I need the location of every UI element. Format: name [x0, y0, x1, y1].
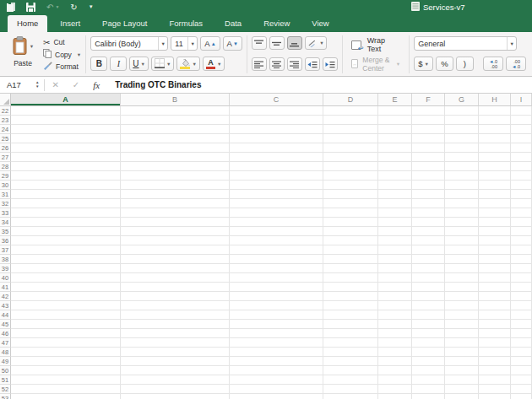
font-family-dropdown-icon[interactable]: ▼	[158, 37, 167, 50]
cell-I26[interactable]	[511, 143, 532, 153]
cell-H31[interactable]	[479, 190, 511, 199]
cell-F46[interactable]	[412, 329, 445, 338]
cell-G25[interactable]	[445, 134, 479, 143]
cell-I40[interactable]	[511, 273, 532, 283]
cell-H52[interactable]	[479, 385, 511, 394]
cell-C45[interactable]	[230, 320, 323, 329]
cell-H44[interactable]	[479, 310, 511, 320]
cell-G24[interactable]	[445, 125, 479, 134]
row-header-50[interactable]: 50	[0, 366, 11, 375]
tab-review[interactable]: Review	[254, 15, 299, 32]
cell-F41[interactable]	[412, 283, 445, 292]
cell-D24[interactable]	[323, 125, 378, 134]
customize-toolbar-icon[interactable]: ▼	[89, 0, 94, 14]
tab-insert[interactable]: Insert	[51, 15, 90, 32]
cell-F29[interactable]	[412, 171, 445, 181]
cell-D40[interactable]	[323, 273, 378, 283]
cell-H26[interactable]	[479, 143, 511, 153]
cell-A53[interactable]	[11, 394, 121, 399]
cell-E24[interactable]	[378, 125, 412, 134]
number-format-select[interactable]: General ▼	[414, 36, 517, 51]
cell-E26[interactable]	[378, 143, 412, 153]
cell-A42[interactable]	[11, 292, 121, 301]
cell-H51[interactable]	[479, 375, 511, 385]
cell-H32[interactable]	[479, 199, 511, 208]
row-header-47[interactable]: 47	[0, 338, 11, 348]
row-header-44[interactable]: 44	[0, 310, 11, 320]
cell-B46[interactable]	[121, 329, 230, 338]
row-header-51[interactable]: 51	[0, 375, 11, 385]
cell-A48[interactable]	[11, 348, 121, 357]
cell-I47[interactable]	[511, 338, 532, 348]
cell-B39[interactable]	[121, 264, 230, 273]
cell-F31[interactable]	[412, 190, 445, 199]
row-header-34[interactable]: 34	[0, 218, 11, 227]
row-header-37[interactable]: 37	[0, 245, 11, 255]
cancel-button[interactable]: ✕	[45, 80, 65, 89]
row-header-22[interactable]: 22	[0, 106, 11, 116]
cell-A45[interactable]	[11, 320, 121, 329]
cell-D37[interactable]	[323, 245, 378, 255]
cell-A28[interactable]	[11, 162, 121, 171]
cell-B34[interactable]	[121, 218, 230, 227]
cell-H47[interactable]	[479, 338, 511, 348]
font-family-select[interactable]: Calibri (Body) ▼	[90, 36, 168, 51]
cell-B23[interactable]	[121, 116, 230, 125]
cell-G37[interactable]	[445, 245, 479, 255]
cell-F25[interactable]	[412, 134, 445, 143]
cell-D44[interactable]	[323, 310, 378, 320]
font-size-dropdown-icon[interactable]: ▼	[187, 37, 197, 50]
cell-B24[interactable]	[121, 125, 230, 134]
cell-B48[interactable]	[121, 348, 230, 357]
cell-E49[interactable]	[378, 357, 412, 366]
cell-A34[interactable]	[11, 218, 121, 227]
cell-I41[interactable]	[511, 283, 532, 292]
cell-G34[interactable]	[445, 218, 479, 227]
cell-C39[interactable]	[230, 264, 323, 273]
cell-B38[interactable]	[121, 255, 230, 264]
cell-H22[interactable]	[479, 106, 511, 116]
cell-H23[interactable]	[479, 116, 511, 125]
cell-I45[interactable]	[511, 320, 532, 329]
cell-D53[interactable]	[323, 394, 378, 399]
cell-I48[interactable]	[511, 348, 532, 357]
cell-I53[interactable]	[511, 394, 532, 399]
cell-C40[interactable]	[230, 273, 323, 283]
cell-E34[interactable]	[378, 218, 412, 227]
cell-E45[interactable]	[378, 320, 412, 329]
cell-C31[interactable]	[230, 190, 323, 199]
cell-H27[interactable]	[479, 153, 511, 162]
cell-H42[interactable]	[479, 292, 511, 301]
cell-I23[interactable]	[511, 116, 532, 125]
cell-H24[interactable]	[479, 125, 511, 134]
cell-I29[interactable]	[511, 171, 532, 181]
cell-G28[interactable]	[445, 162, 479, 171]
align-left-button[interactable]	[252, 57, 267, 71]
cell-C28[interactable]	[230, 162, 323, 171]
cell-C23[interactable]	[230, 116, 323, 125]
cell-F35[interactable]	[412, 227, 445, 236]
cell-A49[interactable]	[11, 357, 121, 366]
cell-D36[interactable]	[323, 236, 378, 245]
cell-F34[interactable]	[412, 218, 445, 227]
cell-C35[interactable]	[230, 227, 323, 236]
cell-C49[interactable]	[230, 357, 323, 366]
cell-I51[interactable]	[511, 375, 532, 385]
number-format-dropdown-icon[interactable]: ▼	[507, 37, 516, 50]
cell-C25[interactable]	[230, 134, 323, 143]
cell-D52[interactable]	[323, 385, 378, 394]
cell-H45[interactable]	[479, 320, 511, 329]
cell-A39[interactable]	[11, 264, 121, 273]
name-box[interactable]: A17	[0, 80, 35, 89]
cell-A37[interactable]	[11, 245, 121, 255]
merge-center-dropdown-icon[interactable]: ▼	[396, 62, 400, 67]
borders-dropdown-icon[interactable]: ▼	[166, 62, 171, 67]
column-header-A[interactable]: A	[11, 94, 121, 106]
undo-dropdown-icon[interactable]: ▼	[55, 0, 59, 14]
cell-I30[interactable]	[511, 181, 532, 190]
row-header-52[interactable]: 52	[0, 385, 11, 394]
cell-H53[interactable]	[479, 394, 511, 399]
cell-E50[interactable]	[378, 366, 412, 375]
cell-B52[interactable]	[121, 385, 230, 394]
cell-B31[interactable]	[121, 190, 230, 199]
